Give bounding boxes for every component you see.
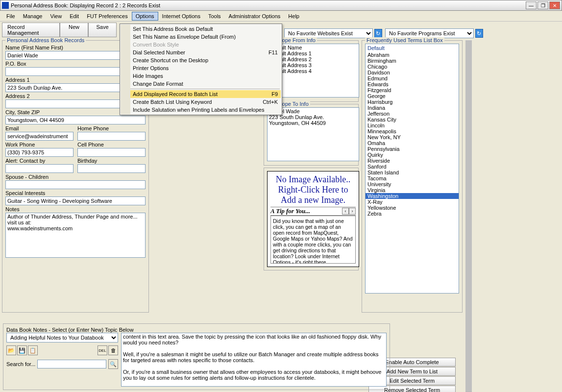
dd-printer[interactable]: Printer Options [121, 64, 281, 72]
tip-text: Did you know that with just one click, y… [270, 216, 356, 264]
env-to-text[interactable]: Daniel Wade 223 South Dunlap Ave. Youngs… [267, 107, 359, 161]
tip-prev-button[interactable]: ‹ [342, 208, 349, 215]
dn-text[interactable]: content in this text area. Save the topi… [121, 333, 387, 387]
fut-item[interactable]: Edwards [366, 81, 459, 87]
fut-item[interactable]: Harrisburg [366, 99, 459, 105]
fut-item[interactable]: Omaha [366, 140, 459, 146]
menu-file[interactable]: File [2, 12, 19, 21]
search-label: Search for... [6, 361, 35, 367]
email-field[interactable] [5, 132, 73, 141]
menu-bar: File Manage View Edit FUT Preferences Op… [0, 11, 562, 22]
fut-item[interactable]: University [366, 181, 459, 187]
fut-group: Frequently Used Terms List Box Default A… [362, 40, 463, 313]
csz-field[interactable] [5, 116, 146, 124]
dd-shortcut[interactable]: Create Shortcut on the Desktop [121, 56, 281, 64]
fut-item[interactable]: Edmund [366, 75, 459, 81]
folder-open-icon[interactable]: 📂 [6, 345, 16, 355]
fut-item[interactable]: Birmingham [366, 58, 459, 64]
menu-help[interactable]: Help [284, 12, 303, 21]
dd-set-default[interactable]: Set This Address Book as Default [121, 25, 281, 33]
label-wphone: Work Phone [5, 142, 73, 147]
fut-header: Default [366, 44, 459, 52]
fut-item[interactable]: Riverside [366, 158, 459, 164]
menu-options[interactable]: Options [132, 12, 158, 21]
dn-legend: Data Book Notes - Select (or Enter New) … [6, 327, 134, 333]
fut-item[interactable]: Jefferson [366, 111, 459, 117]
alert-field[interactable] [5, 164, 73, 173]
label-si: Special Interests [5, 190, 146, 196]
fut-item[interactable]: Fitzgerald [366, 87, 459, 93]
search-icon[interactable]: 🔍 [108, 359, 118, 369]
label-bday: Birthday [77, 158, 146, 164]
fut-item[interactable]: Tacoma [366, 175, 459, 181]
topic-combo[interactable]: Adding Helpful Notes to Your Databook [6, 333, 118, 343]
wphone-field[interactable] [5, 148, 73, 157]
fut-item[interactable]: Indiana [366, 105, 459, 111]
websites-go-button[interactable]: ↻ [374, 29, 382, 38]
fut-item[interactable]: Quirky [366, 152, 459, 158]
fut-item[interactable]: Virginia [366, 187, 459, 193]
delete-icon[interactable]: DEL [98, 345, 107, 355]
label-spouse: Spouse - Children [5, 174, 146, 180]
fut-item[interactable]: Lincoln [366, 122, 459, 128]
trash-icon[interactable]: 🗑 [108, 345, 118, 355]
dd-add-batch[interactable]: Add Displayed Record to Batch ListF9 [121, 90, 281, 98]
fut-item[interactable]: Chicago [366, 64, 459, 70]
dd-date-format[interactable]: Change Date Format [121, 80, 281, 88]
bday-field[interactable] [77, 164, 146, 173]
record-management-button[interactable]: Record Management [2, 23, 60, 37]
search-field[interactable] [37, 360, 106, 368]
programs-go-button[interactable]: ↻ [475, 29, 483, 38]
fut-item[interactable]: Kansas City [366, 117, 459, 122]
save-icon[interactable]: 💾 [17, 345, 27, 355]
fut-item[interactable]: Staten Island [366, 170, 459, 175]
fut-item[interactable]: George [366, 93, 459, 99]
label-cphone: Cell Phone [77, 142, 146, 147]
dd-hide-images[interactable]: Hide Images [121, 72, 281, 80]
spouse-field[interactable] [5, 180, 146, 189]
label-email: Email [5, 125, 73, 131]
app-icon [2, 2, 9, 9]
hphone-field[interactable] [77, 132, 146, 141]
save-button[interactable]: Save [88, 23, 117, 37]
dd-salutation[interactable]: Include Salutation when Printing Labels … [121, 106, 281, 114]
dd-set-envelope[interactable]: Set This Name as Envelope Default (From) [121, 33, 281, 41]
dd-dial[interactable]: Dial Selected NumberF11 [121, 49, 281, 56]
fut-item[interactable]: Zebra [366, 211, 459, 217]
fut-item[interactable]: Yellowstone [366, 205, 459, 211]
minimize-button[interactable]: — [526, 1, 537, 9]
menu-manage[interactable]: Manage [19, 12, 47, 21]
fut-item[interactable]: Davidson [366, 70, 459, 75]
dd-create-batch-keyword[interactable]: Create Batch List Using KeywordCtrl+K [121, 98, 281, 106]
fut-item[interactable]: X-Ray [366, 199, 459, 205]
databook-notes-group: Data Book Notes - Select (or Enter New) … [3, 323, 390, 390]
window-title: Personal Address Book: Displaying Record… [11, 2, 526, 8]
fut-legend: Frequently Used Terms List Box [365, 37, 444, 43]
notes-field[interactable]: Author of Thunder Address, Thunder Page … [5, 213, 146, 258]
cphone-field[interactable] [77, 148, 146, 157]
fut-item[interactable]: Abraham [366, 52, 459, 58]
menu-tools[interactable]: Tools [204, 12, 225, 21]
copy-icon[interactable]: 📋 [28, 345, 38, 355]
new-button[interactable]: New [60, 23, 88, 37]
menu-view[interactable]: View [47, 12, 66, 21]
fut-item[interactable]: New York, NY [366, 134, 459, 140]
si-field[interactable] [5, 196, 146, 205]
options-dropdown: Set This Address Book as Default Set Thi… [120, 24, 282, 115]
fut-item[interactable]: Washingston [366, 193, 459, 199]
menu-internet-options[interactable]: Internet Options [158, 12, 204, 21]
fut-item[interactable]: Sanford [366, 164, 459, 170]
fut-item[interactable]: Pennsylvania [366, 146, 459, 152]
menu-administrator-options[interactable]: Administrator Options [225, 12, 285, 21]
records-legend: Personal Address Book Records [5, 37, 86, 43]
tip-next-button[interactable]: › [349, 208, 356, 215]
menu-fut-preferences[interactable]: FUT Preferences [83, 12, 132, 21]
programs-combo[interactable]: No Favorite Programs Exist [385, 28, 474, 38]
close-button[interactable]: ✕ [549, 1, 560, 9]
menu-edit[interactable]: Edit [66, 12, 83, 21]
fut-item[interactable]: Minneapolis [366, 128, 459, 134]
maximize-button[interactable]: ❐ [538, 1, 548, 9]
websites-combo[interactable]: No Favorite Websites Exist [284, 28, 373, 38]
fut-listbox[interactable]: Default AbrahamBirminghamChicagoDavidson… [365, 44, 459, 294]
image-box[interactable]: No Image Available.. Right-Click Here to… [267, 171, 359, 267]
